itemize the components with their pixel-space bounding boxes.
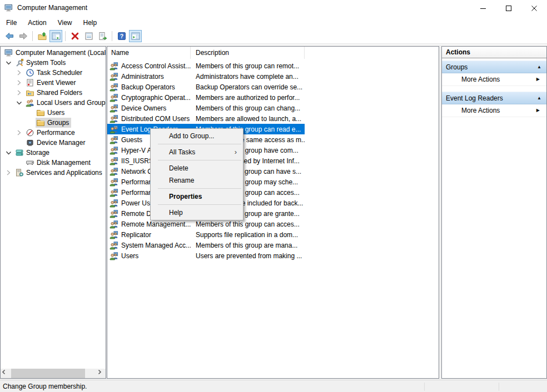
- tree-item-device-manager[interactable]: Device Manager: [1, 138, 106, 148]
- column-header-name[interactable]: Name: [107, 47, 191, 59]
- tree-item-label: Device Manager: [37, 139, 85, 147]
- group-icon: [110, 83, 118, 92]
- menu-view[interactable]: View: [52, 17, 78, 29]
- chevron-right-icon[interactable]: [14, 79, 25, 86]
- scrollbar-track[interactable]: [10, 369, 96, 378]
- tree-item-system-tools[interactable]: System Tools: [1, 58, 106, 68]
- menu-file[interactable]: File: [1, 17, 22, 29]
- tree-label-wrap: Local Users and Groups: [25, 98, 106, 108]
- list-row-replicator[interactable]: ReplicatorSupports file replication in a…: [107, 229, 305, 240]
- tree-item-event-viewer[interactable]: Event Viewer: [1, 78, 106, 88]
- scroll-left-button[interactable]: [1, 369, 10, 378]
- toolbar-button-help[interactable]: ?: [115, 30, 128, 42]
- menu-action[interactable]: Action: [22, 17, 52, 29]
- tree-item-computer-management-local[interactable]: Computer Management (Local): [1, 48, 106, 58]
- list-row-administrators[interactable]: AdministratorsAdministrators have comple…: [107, 71, 305, 82]
- show-console-tree-icon: [52, 32, 61, 41]
- toolbar: ?: [0, 29, 547, 44]
- tree-item-performance[interactable]: Performance: [1, 128, 106, 138]
- toolbar-button-forward[interactable]: [17, 30, 29, 42]
- toolbar-separator: [65, 31, 66, 41]
- forward-icon: [19, 32, 28, 41]
- tree-item-users[interactable]: Users: [1, 108, 106, 118]
- more-actions-arrow-icon: ▶: [536, 108, 540, 113]
- actions-item-more-actions[interactable]: More Actions▶: [442, 73, 546, 86]
- export-list-icon: [98, 32, 107, 41]
- toolbar-button-back[interactable]: [3, 30, 16, 42]
- menu-item-add-to-group[interactable]: Add to Group...: [151, 130, 243, 142]
- actions-section-header-groups[interactable]: Groups▲: [442, 61, 546, 73]
- menu-item-all-tasks[interactable]: All Tasks›: [151, 146, 243, 158]
- delete-icon: [71, 32, 79, 41]
- close-icon: [530, 4, 539, 13]
- tree-label-wrap: Services and Applications: [14, 168, 105, 178]
- group-icon: [110, 241, 118, 250]
- tree-item-task-scheduler[interactable]: Task Scheduler: [1, 68, 106, 78]
- list-row-users[interactable]: UsersUsers are prevented from making ...: [107, 250, 305, 261]
- tree-label-wrap: Task Scheduler: [25, 68, 84, 78]
- tree-horizontal-scrollbar[interactable]: [1, 369, 106, 378]
- tree-item-groups[interactable]: Groups: [1, 118, 106, 128]
- group-icon: [110, 167, 118, 176]
- menu-item-help[interactable]: Help: [151, 207, 243, 219]
- list-row-device-owners[interactable]: Device OwnersMembers of this group can c…: [107, 103, 305, 113]
- scrollbar-thumb[interactable]: [11, 369, 85, 378]
- close-button[interactable]: [521, 0, 547, 16]
- list-row-backup-operators[interactable]: Backup OperatorsBackup Operators can ove…: [107, 82, 305, 92]
- collapse-up-icon[interactable]: ▲: [537, 65, 541, 69]
- show-action-pane-icon: [131, 32, 140, 41]
- tree-item-label: Disk Management: [37, 159, 91, 167]
- group-name-label: Administrators: [121, 73, 164, 81]
- list-row-cryptographic-operat[interactable]: Cryptographic Operat...Members are autho…: [107, 92, 305, 103]
- toolbar-button-properties[interactable]: [82, 30, 95, 42]
- group-icon: [110, 252, 118, 260]
- tree-item-label: Services and Applications: [26, 169, 102, 177]
- menu-item-properties[interactable]: Properties: [151, 190, 243, 203]
- list-row-system-managed-acc[interactable]: System Managed Acc...Members of this gro…: [107, 240, 305, 250]
- toolbar-separator: [112, 31, 112, 41]
- column-header-description[interactable]: Description: [191, 47, 305, 59]
- menu-item-label: Delete: [169, 164, 188, 172]
- list-row-distributed-com-users[interactable]: Distributed COM UsersMembers are allowed…: [107, 113, 305, 124]
- menu-item-delete[interactable]: Delete: [151, 162, 243, 174]
- services-icon: [15, 168, 24, 177]
- event-viewer-icon: [26, 78, 34, 87]
- scroll-right-button[interactable]: [96, 369, 106, 378]
- toolbar-button-show-console-tree[interactable]: [49, 30, 62, 42]
- maximize-button[interactable]: [496, 0, 521, 16]
- actions-item-more-actions[interactable]: More Actions▶: [442, 104, 546, 117]
- list-row-access-control-assist[interactable]: Access Control Assist...Members of this …: [107, 61, 305, 71]
- toolbar-button-delete[interactable]: [68, 30, 81, 42]
- chevron-down-icon[interactable]: [14, 99, 25, 106]
- shared-folders-icon: [26, 88, 34, 97]
- group-name-label: Backup Operators: [121, 83, 175, 91]
- tree-item-storage[interactable]: Storage: [1, 148, 106, 158]
- chevron-right-icon[interactable]: [4, 169, 14, 176]
- group-icon: [110, 114, 118, 123]
- tree-item-services-and-applications[interactable]: Services and Applications: [1, 168, 106, 178]
- chevron-right-icon[interactable]: [14, 69, 25, 76]
- toolbar-button-up-one-level[interactable]: [36, 30, 48, 42]
- menu-help[interactable]: Help: [78, 17, 103, 29]
- group-icon: [110, 125, 118, 134]
- menu-item-rename[interactable]: Rename: [151, 174, 243, 187]
- toolbar-button-show-action-pane[interactable]: [129, 30, 142, 42]
- status-divider: [499, 383, 499, 391]
- chevron-right-icon[interactable]: [14, 89, 25, 96]
- group-name-label: System Managed Acc...: [121, 242, 191, 249]
- tree-item-label: Shared Folders: [37, 89, 82, 97]
- chevron-down-icon[interactable]: [4, 149, 14, 156]
- chevron-down-icon[interactable]: [4, 59, 14, 66]
- tree-indent: [1, 83, 14, 83]
- group-name-label: Access Control Assist...: [121, 62, 191, 70]
- actions-section-header-event-log-readers[interactable]: Event Log Readers▲: [442, 92, 546, 104]
- tree-item-shared-folders[interactable]: Shared Folders: [1, 88, 106, 98]
- chevron-right-icon[interactable]: [14, 129, 25, 136]
- tree-item-disk-management[interactable]: Disk Management: [1, 158, 106, 168]
- tree-item-local-users-and-groups[interactable]: Local Users and Groups: [1, 98, 106, 108]
- tree-label-wrap: Disk Management: [25, 158, 93, 168]
- toolbar-button-export-list[interactable]: [96, 30, 109, 42]
- minimize-button[interactable]: [470, 0, 496, 16]
- collapse-up-icon[interactable]: ▲: [537, 96, 541, 100]
- tree-label-wrap: System Tools: [14, 58, 68, 68]
